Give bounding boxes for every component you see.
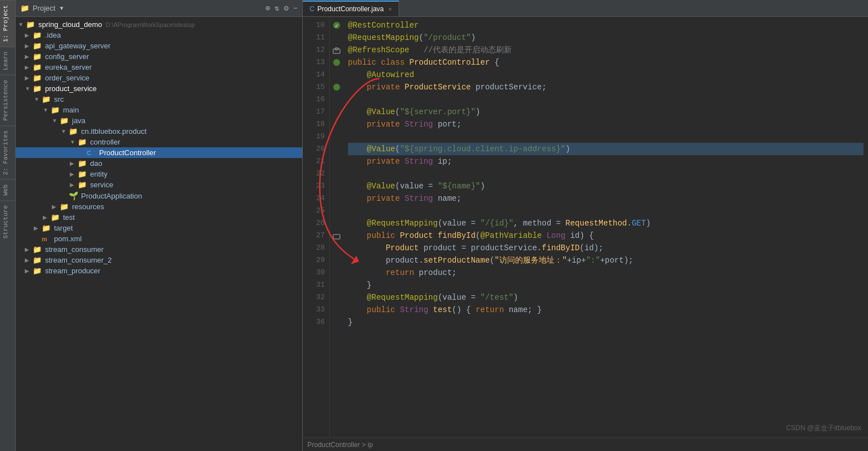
code-line-29: product.setProductName("访问的服务地址："+ip+":"… bbox=[348, 254, 863, 267]
tree-item-package[interactable]: ▼ 📁 cn.itbluebox.product bbox=[16, 126, 302, 137]
gutter-15 bbox=[330, 81, 343, 93]
gutter-22 bbox=[330, 168, 343, 180]
file-tree: ▼ 📁 spring_cloud_demo D:\AProgramWorkSpa… bbox=[16, 17, 302, 451]
code-line-24: private String name; bbox=[348, 192, 863, 205]
tree-item-stream-consumer-2[interactable]: ▶ 📁 stream_consumer_2 bbox=[16, 255, 302, 265]
settings-icon[interactable]: ⚙ bbox=[284, 3, 288, 13]
gutter-11 bbox=[330, 31, 343, 44]
code-line-23: @Value(value = "${name}") bbox=[348, 180, 863, 192]
tree-item-entity[interactable]: ▶ 📁 entity bbox=[16, 169, 302, 179]
editor-tabs: C ProductController.java × bbox=[303, 0, 868, 17]
tree-item-product-controller[interactable]: C ProductController bbox=[16, 147, 302, 158]
code-line-21: private String ip; bbox=[348, 155, 863, 168]
tree-item-controller[interactable]: ▼ 📁 controller bbox=[16, 137, 302, 147]
code-line-27: public Product findById(@PathVariable Lo… bbox=[348, 229, 863, 242]
project-panel: 📁 Project ▼ ⊕ ⇅ ⚙ − ▼ 📁 spring_cloud_dem… bbox=[16, 0, 303, 451]
compass-icon[interactable]: ⊕ bbox=[265, 3, 270, 13]
chevron-down-icon: ▼ bbox=[59, 5, 64, 11]
tree-item-config-server[interactable]: ▶ 📁 config_server bbox=[16, 51, 302, 62]
gutter-18 bbox=[330, 118, 343, 130]
code-editor[interactable]: @RestController @RequestMapping("/produc… bbox=[343, 17, 868, 438]
tree-item-idea[interactable]: ▶ 📁 .idea bbox=[16, 30, 302, 40]
editor-area: C ProductController.java × 10 11 12 13 1… bbox=[303, 0, 868, 451]
project-panel-header: 📁 Project ▼ ⊕ ⇅ ⚙ − bbox=[16, 0, 302, 17]
tree-item-stream-producer[interactable]: ▶ 📁 stream_producer bbox=[16, 265, 302, 276]
code-line-28: Product product = productService.findByI… bbox=[348, 242, 863, 254]
project-title-area: 📁 Project ▼ bbox=[20, 4, 64, 12]
sidebar-tab-structure[interactable]: Structure bbox=[0, 200, 15, 243]
line-numbers: 10 11 12 13 14 15 16 17 18 19 20 21 22 2… bbox=[303, 17, 330, 438]
gutter-13 bbox=[330, 56, 343, 69]
code-content: 10 11 12 13 14 15 16 17 18 19 20 21 22 2… bbox=[303, 17, 868, 438]
svg-text:✓: ✓ bbox=[335, 23, 338, 29]
code-line-30: return product; bbox=[348, 267, 863, 279]
code-line-16 bbox=[348, 93, 863, 106]
code-line-33: public String test() { return name; } bbox=[348, 304, 863, 316]
sidebar-tabs: 1: Project Learn Persistence 2: Favorite… bbox=[0, 0, 16, 451]
tree-item-target[interactable]: ▶ 📁 target bbox=[16, 223, 302, 233]
sidebar-tab-favorites[interactable]: 2: Favorites bbox=[0, 125, 15, 179]
editor-tab-product-controller[interactable]: C ProductController.java × bbox=[303, 1, 399, 16]
code-line-22 bbox=[348, 168, 863, 180]
tab-label: ProductController.java bbox=[317, 5, 384, 13]
sidebar-tab-learn[interactable]: Learn bbox=[0, 47, 15, 75]
project-header-icons: ⊕ ⇅ ⚙ − bbox=[265, 3, 298, 13]
code-line-31: } bbox=[348, 279, 863, 291]
gutter-12 bbox=[330, 44, 343, 56]
tree-item-root[interactable]: ▼ 📁 spring_cloud_demo D:\AProgramWorkSpa… bbox=[16, 19, 302, 30]
tab-close-button[interactable]: × bbox=[388, 6, 392, 12]
svg-point-5 bbox=[333, 59, 340, 66]
gutter-20 bbox=[330, 143, 343, 155]
tree-item-src[interactable]: ▼ 📁 src bbox=[16, 94, 302, 105]
gutter-14 bbox=[330, 69, 343, 81]
breadcrumb-bar: ProductController > ip bbox=[303, 438, 868, 451]
tab-file-icon: C bbox=[310, 5, 315, 13]
code-line-15: private ProductService productService; bbox=[348, 81, 863, 93]
tree-item-eureka-server[interactable]: ▶ 📁 eureka_server bbox=[16, 62, 302, 73]
code-line-17: @Value("${server.port}") bbox=[348, 106, 863, 118]
gutter: ✓ bbox=[330, 17, 343, 438]
folder-icon: 📁 bbox=[20, 4, 29, 12]
code-line-20: @Value("${spring.cloud.client.ip-address… bbox=[348, 143, 863, 155]
code-line-26: @RequestMapping(value = "/{id}", method … bbox=[348, 217, 863, 229]
tree-item-product-service[interactable]: ▼ 📁 product_service bbox=[16, 83, 302, 94]
tree-item-stream-consumer[interactable]: ▶ 📁 stream_consumer bbox=[16, 244, 302, 255]
watermark: CSDN @蓝盒子itbluebox bbox=[786, 423, 861, 433]
tree-item-product-application[interactable]: 🌱 ProductApplication bbox=[16, 190, 302, 201]
tree-item-java[interactable]: ▼ 📁 java bbox=[16, 115, 302, 126]
gutter-25 bbox=[330, 205, 343, 217]
tree-item-dao[interactable]: ▶ 📁 dao bbox=[16, 158, 302, 169]
filter-icon[interactable]: ⇅ bbox=[275, 3, 279, 13]
gutter-17 bbox=[330, 106, 343, 118]
minimize-icon[interactable]: − bbox=[293, 4, 298, 13]
code-line-32: @RequestMapping(value = "/test") bbox=[348, 291, 863, 304]
gutter-27 bbox=[330, 229, 343, 242]
tree-item-test[interactable]: ▶ 📁 test bbox=[16, 212, 302, 223]
tree-item-main[interactable]: ▼ 📁 main bbox=[16, 105, 302, 115]
sidebar-tab-persistence[interactable]: Persistence bbox=[0, 75, 15, 125]
tree-item-order-service[interactable]: ▶ 📁 order_service bbox=[16, 73, 302, 83]
code-line-25 bbox=[348, 205, 863, 217]
code-line-19 bbox=[348, 130, 863, 143]
tree-item-pom-xml[interactable]: m pom.xml bbox=[16, 233, 302, 244]
project-title: Project bbox=[33, 4, 55, 12]
sidebar-tab-project[interactable]: 1: Project bbox=[0, 0, 15, 47]
sidebar-tab-web[interactable]: Web bbox=[0, 179, 15, 200]
gutter-21 bbox=[330, 155, 343, 168]
gutter-16 bbox=[330, 93, 343, 106]
code-line-11: @RequestMapping("/product") bbox=[348, 31, 863, 44]
gutter-10: ✓ bbox=[330, 19, 343, 31]
code-line-14: @Autowired bbox=[348, 69, 863, 81]
tree-item-service[interactable]: ▶ 📁 service bbox=[16, 179, 302, 190]
code-line-18: private String port; bbox=[348, 118, 863, 130]
code-line-12: @RefreshScope //代表的是开启动态刷新 bbox=[348, 44, 863, 56]
svg-rect-7 bbox=[333, 234, 340, 239]
svg-rect-3 bbox=[333, 49, 340, 53]
tree-item-api-gateway[interactable]: ▶ 📁 api_gateway_server bbox=[16, 40, 302, 51]
gutter-24 bbox=[330, 192, 343, 205]
code-line-10: @RestController bbox=[348, 19, 863, 31]
tree-item-resources[interactable]: ▶ 📁 resources bbox=[16, 201, 302, 212]
gutter-23 bbox=[330, 180, 343, 192]
gutter-26 bbox=[330, 217, 343, 229]
gutter-19 bbox=[330, 130, 343, 143]
